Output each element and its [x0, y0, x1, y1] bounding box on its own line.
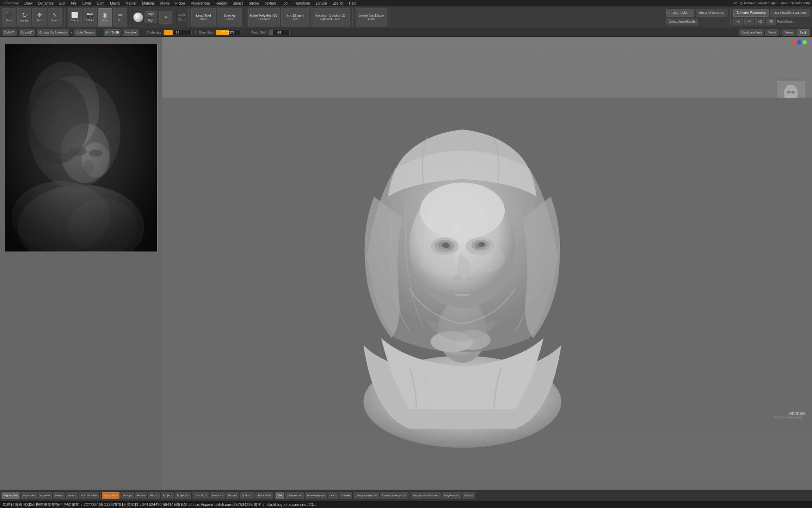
- init-zbrush-button[interactable]: Init ZBrush Tool: [281, 8, 309, 26]
- extract-button[interactable]: Extract: [226, 492, 239, 499]
- bottom-sep1: [100, 492, 101, 499]
- pan-button[interactable]: ✥ Pan: [32, 8, 47, 26]
- maximum-duration-button[interactable]: Maximum Duration 20 Lightbox▶Tools: [311, 8, 350, 26]
- draw-button[interactable]: ⬛ Draw: [2, 8, 16, 26]
- radial-count-button[interactable]: (R): [766, 18, 776, 25]
- polish-bottom-button[interactable]: Polish: [135, 492, 147, 499]
- brush-selector-button[interactable]: ✏ Bru: [113, 8, 127, 26]
- project-all-button[interactable]: ProjectAll: [175, 492, 191, 499]
- menu-help[interactable]: Help: [346, 0, 359, 6]
- polish-dropdown[interactable]: Polish: [104, 29, 121, 36]
- focal-shift-slider[interactable]: -69: [269, 30, 290, 35]
- menu-preferences[interactable]: Preferences: [188, 0, 213, 6]
- axis-y-button[interactable]: +Y: [744, 18, 754, 25]
- menu-material[interactable]: Material: [139, 0, 158, 6]
- row2-sep2: [143, 30, 143, 35]
- use-posable-symmetry-button[interactable]: Use Posable Symmetry: [770, 9, 810, 17]
- menu-dynamics[interactable]: Dynamics: [35, 0, 56, 6]
- color-picker[interactable]: [133, 12, 143, 22]
- backface-mask-button[interactable]: BackfaceMask: [739, 29, 764, 36]
- polygroupit-button[interactable]: PolyGroupIt: [442, 492, 461, 499]
- svg-point-34: [466, 276, 473, 281]
- split-to-parts-button[interactable]: Split To Parts: [79, 492, 99, 499]
- menu-macro[interactable]: Macro: [107, 0, 123, 6]
- axis-x-button[interactable]: +X: [733, 18, 743, 25]
- pan-label: Pan: [37, 19, 42, 22]
- mrgb-button[interactable]: Mrgb: [144, 11, 157, 17]
- solo-button[interactable]: ◉ Solo: [98, 8, 112, 26]
- divider-subtitle: Click to restore prev...: [774, 416, 805, 419]
- reference-portrait: [5, 44, 157, 252]
- quicksave-label: QuickSave: [740, 1, 755, 5]
- menu-render[interactable]: Render: [213, 0, 230, 6]
- keyshot-button[interactable]: Keyshot: [123, 29, 139, 36]
- auto-groups-button[interactable]: Auto Groups: [74, 29, 97, 36]
- delete-quicksave-button[interactable]: Delete QuickSave Files: [356, 8, 387, 26]
- activate-symmetry-button[interactable]: Activate Symmetry: [733, 9, 769, 17]
- view-tools-group: ⬜ Frame 📷 S.Print ◉ Solo ✏ Bru: [68, 8, 127, 26]
- back-button[interactable]: Back: [796, 29, 810, 36]
- menu-stencil[interactable]: Stencil: [230, 0, 246, 6]
- noise-button[interactable]: Noise: [782, 29, 795, 36]
- groups-by-normals-button[interactable]: Groups By Normals: [37, 29, 69, 36]
- sprint-button[interactable]: 📷 S.Print: [83, 8, 97, 26]
- rgb-button[interactable]: Rgb: [144, 18, 157, 23]
- freeze-groups-button[interactable]: FreezeGroups: [305, 492, 327, 499]
- load-tool-import-button[interactable]: Load Tool Import: [191, 8, 216, 26]
- menu-picker[interactable]: Picker: [173, 0, 188, 6]
- save-as-export-button[interactable]: Save As Export: [217, 8, 242, 26]
- divider-label[interactable]: DIVIDER Click to restore prev...: [774, 411, 805, 419]
- preprocess-current-button[interactable]: Pre-process Current: [411, 492, 441, 499]
- menu-zscript[interactable]: Zscript: [330, 0, 346, 6]
- menu-marker[interactable]: Marker: [123, 0, 139, 6]
- delete-button[interactable]: Delete: [53, 492, 65, 499]
- menu-zplugin[interactable]: Zplugin: [313, 0, 330, 6]
- menu-texture[interactable]: Texture: [262, 0, 279, 6]
- menu-document[interactable]: Document: [1, 0, 21, 6]
- tile-button[interactable]: Tile: [275, 492, 284, 499]
- curves-strength-button[interactable]: Curves Strength 30: [380, 492, 408, 499]
- z-intensity-slider[interactable]: 34: [164, 30, 192, 35]
- higher-res-button[interactable]: Higher Res: [1, 492, 20, 499]
- create-insertmesh-button[interactable]: Create InsertMesh: [666, 18, 698, 25]
- menu-tool[interactable]: Tool: [279, 0, 291, 6]
- project-button[interactable]: Project: [161, 492, 174, 499]
- axis-z-button[interactable]: +Z: [755, 18, 765, 25]
- duplicate-button[interactable]: Duplicate: [21, 492, 37, 499]
- menu-transform[interactable]: Transform: [291, 0, 313, 6]
- menu-movie[interactable]: Movie: [158, 0, 173, 6]
- mirror-button[interactable]: Mirror: [765, 29, 779, 36]
- menu-light[interactable]: Light: [94, 0, 107, 6]
- s-smt-button[interactable]: S Smt 5: [240, 492, 254, 499]
- reset-brushes-button[interactable]: Reset All Brushes: [696, 9, 727, 17]
- half-button[interactable]: Half: [328, 492, 338, 499]
- double-button[interactable]: Double: [339, 492, 352, 499]
- menu-file[interactable]: File: [68, 0, 80, 6]
- insert-button[interactable]: Insert: [66, 492, 78, 499]
- zremesher-button[interactable]: ZRemesher: [285, 492, 304, 499]
- draw-size-slider[interactable]: 77.02378: [216, 30, 240, 35]
- groups-bottom-button[interactable]: Groups: [121, 492, 134, 499]
- dist-button[interactable]: Dist 0.02: [193, 492, 209, 499]
- menu-layer[interactable]: Layer: [80, 0, 94, 6]
- menu-draw[interactable]: Draw: [21, 0, 35, 6]
- thick-button[interactable]: Thick 0.05: [256, 492, 273, 499]
- blur-button[interactable]: Blur 2: [148, 492, 160, 499]
- deliMT-button[interactable]: DeliMT: [2, 29, 17, 36]
- model-viewport[interactable]: DIVIDER Click to restore prev...: [162, 37, 812, 490]
- menu-edit[interactable]: Edit: [56, 0, 68, 6]
- mean-button[interactable]: Mean 25: [210, 492, 225, 499]
- rotate-button[interactable]: ↻ Rotate: [17, 8, 31, 26]
- dynanet-button[interactable]: DynaMesh: [102, 492, 119, 499]
- adaptive-size-button[interactable]: AdaptiveSize 50: [354, 492, 379, 499]
- frame-button[interactable]: ⬜ Frame: [68, 8, 82, 26]
- qcube-button[interactable]: QCube: [462, 492, 475, 499]
- storeMT-button[interactable]: StoreMT: [19, 29, 35, 36]
- menu-stroke[interactable]: Stroke: [246, 0, 262, 6]
- m-button[interactable]: M: [159, 11, 172, 24]
- scale-button[interactable]: ⤡ Scale: [48, 8, 62, 26]
- append-button[interactable]: Append: [38, 492, 52, 499]
- use-tablet-button[interactable]: Use Tablet: [666, 9, 694, 17]
- sep2: [130, 8, 130, 26]
- make-polymesh-button[interactable]: Make PolyMesh3D FillObject: [248, 8, 280, 26]
